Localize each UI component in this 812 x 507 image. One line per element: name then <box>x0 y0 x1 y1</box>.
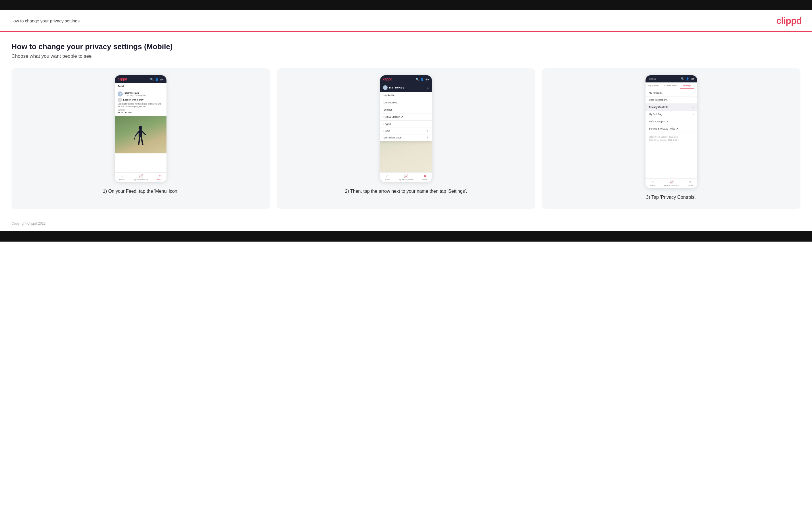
user-icon-2[interactable]: 👤 <box>420 78 424 81</box>
menu-user-row[interactable]: Blair McHarg ▲ <box>380 83 432 92</box>
phone-mockup-2: clippd 🔍 👤 ⊕▾ <box>380 75 432 182</box>
step-1-card: clippd 🔍 👤 ⊕▾ Feed B Blair McHarg <box>11 68 270 209</box>
menu-user-avatar <box>383 85 388 90</box>
menu-item-help[interactable]: Help & Support ↗ <box>380 113 432 121</box>
phone-icons-1: 🔍 👤 ⊕▾ <box>150 78 164 81</box>
phone-icons-3: 🔍 👤 ⊕▾ <box>681 77 695 80</box>
settings-icon-2[interactable]: ⊕▾ <box>425 78 429 81</box>
user-icon[interactable]: 👤 <box>155 78 158 81</box>
menu-home-label: Home <box>384 129 390 132</box>
user-icon-3[interactable]: 👤 <box>686 77 689 80</box>
menu-item-logout[interactable]: Logout <box>380 121 432 128</box>
tab-connections[interactable]: Connections <box>661 82 680 89</box>
settings-item-data-integrations[interactable]: Data Integrations › <box>646 97 697 104</box>
data-integrations-label: Data Integrations <box>649 99 668 101</box>
nav-performance-2[interactable]: 📈 My Performance <box>399 174 413 180</box>
version-server: GQL Server Version: 2022.7.30-1 <box>649 138 694 142</box>
settings-item-privacy-policy[interactable]: Service & Privacy Policy ↗ <box>646 125 697 132</box>
tab-settings[interactable]: Settings <box>680 82 694 89</box>
service-privacy-label: Service & Privacy Policy ↗ <box>649 127 678 130</box>
search-icon-3[interactable]: 🔍 <box>681 77 684 80</box>
menu-item-connections[interactable]: Connections <box>380 99 432 106</box>
performance-icon-2: 📈 <box>404 174 408 178</box>
step-3-caption: 3) Tap 'Privacy Controls'. <box>646 194 697 201</box>
settings-item-golf-bag[interactable]: My Golf Bag › <box>646 111 697 118</box>
close-icon: ✕ <box>423 174 426 178</box>
phone-feed: Feed B Blair McHarg Yesterday · Sunningd… <box>115 83 166 172</box>
nav-home-1[interactable]: ⌂ Home <box>119 174 125 180</box>
settings-item-my-account[interactable]: My Account › <box>646 89 697 97</box>
menu-icon-3: ≡ <box>689 180 691 184</box>
nav-performance-label-3: My Performance <box>664 184 679 186</box>
menu-icon: ≡ <box>159 174 161 178</box>
menu-item-profile[interactable]: My Profile <box>380 92 432 99</box>
nav-home-label-2: Home <box>385 178 390 180</box>
nav-performance-1[interactable]: 📈 My Performance <box>134 174 148 180</box>
tab-my-profile[interactable]: My Profile <box>646 82 662 89</box>
menu-item-performance[interactable]: My Performance ▼ <box>380 134 432 141</box>
feed-username: Blair McHarg <box>124 92 146 94</box>
nav-home-3[interactable]: ⌂ Home <box>650 180 655 186</box>
chevron-right-icon-1: › <box>693 92 694 94</box>
chevron-up-icon: ▲ <box>427 87 429 89</box>
nav-home-2[interactable]: ⌂ Home <box>385 174 390 180</box>
chevron-down-icon: ▼ <box>426 130 428 132</box>
steps-row: clippd 🔍 👤 ⊕▾ Feed B Blair McHarg <box>11 68 801 209</box>
settings-item-help[interactable]: Help & Support ↗ <box>646 118 697 125</box>
menu-user-left: Blair McHarg <box>383 85 404 90</box>
copyright: Copyright Clippd 2022 <box>11 221 46 225</box>
feed-lesson-row: Lesson with Fordy <box>117 98 164 102</box>
top-bar <box>0 0 812 10</box>
search-icon[interactable]: 🔍 <box>150 78 154 81</box>
back-button[interactable]: < Back <box>648 77 656 80</box>
svg-line-6 <box>142 137 143 145</box>
feed-duration-label: Duration <box>117 109 164 111</box>
phone-icons-2: 🔍 👤 ⊕▾ <box>415 78 429 81</box>
phone-logo-2: clippd <box>383 77 392 81</box>
feed-user-row: B Blair McHarg Yesterday · Sunningdale <box>117 91 164 97</box>
lesson-icon <box>117 98 121 102</box>
nav-performance-label-2: My Performance <box>399 178 413 180</box>
page-heading: How to change your privacy settings (Mob… <box>11 42 801 51</box>
chevron-right-icon-4: › <box>693 113 694 116</box>
header-title: How to change your privacy settings <box>10 18 80 23</box>
nav-menu-label-2: Menu <box>422 178 427 180</box>
step-3-card: < Back 🔍 👤 ⊕▾ My Profile Connections Set… <box>542 68 801 209</box>
step-1-caption: 1) On your Feed, tap the 'Menu' icon. <box>103 188 179 195</box>
nav-menu-2[interactable]: ✕ Menu <box>422 174 427 180</box>
footer: Copyright Clippd 2022 <box>0 216 812 231</box>
phone-mockup-1: clippd 🔍 👤 ⊕▾ Feed B Blair McHarg <box>115 75 166 182</box>
menu-username: Blair McHarg <box>389 86 404 89</box>
settings-icon[interactable]: ⊕▾ <box>160 78 164 81</box>
feed-meta: Yesterday · Sunningdale <box>124 94 146 96</box>
home-icon: ⌂ <box>121 174 123 178</box>
nav-menu-1[interactable]: ≡ Menu <box>157 174 162 180</box>
svg-line-3 <box>142 131 146 135</box>
nav-menu-label-3: Menu <box>688 184 693 186</box>
nav-home-label: Home <box>119 178 125 180</box>
menu-item-settings[interactable]: Settings <box>380 106 432 113</box>
settings-icon-3[interactable]: ⊕▾ <box>691 77 695 80</box>
feed-tab-label: Feed <box>115 83 166 89</box>
feed-duration: 01 hr : 30 min <box>117 111 164 114</box>
step-2-card: clippd 🔍 👤 ⊕▾ <box>277 68 536 209</box>
feed-post: B Blair McHarg Yesterday · Sunningdale L… <box>115 89 166 116</box>
menu-item-home[interactable]: Home ▼ <box>380 128 432 134</box>
chevron-down-icon-2: ▼ <box>426 136 428 139</box>
nav-menu-3[interactable]: ≡ Menu <box>688 180 693 186</box>
settings-item-privacy-controls[interactable]: Privacy Controls › <box>646 104 697 111</box>
phone-menu-content: Blair McHarg ▲ My Profile Connections Se… <box>380 83 432 172</box>
search-icon-2[interactable]: 🔍 <box>415 78 419 81</box>
menu-performance-label: My Performance <box>384 136 401 139</box>
header: How to change your privacy settings clip… <box>0 10 812 32</box>
settings-back-bar: < Back 🔍 👤 ⊕▾ <box>646 75 697 82</box>
svg-point-0 <box>139 126 143 130</box>
bottom-bar <box>0 231 812 241</box>
feed-golf-image <box>115 116 166 153</box>
phone-bottom-nav-2: ⌂ Home 📈 My Performance ✕ Menu <box>380 172 432 182</box>
nav-performance-3[interactable]: 📈 My Performance <box>664 180 679 186</box>
main-content: How to change your privacy settings (Mob… <box>0 32 812 216</box>
nav-performance-label: My Performance <box>134 178 148 180</box>
feed-desc: Looking to feel like my hands are exitin… <box>117 103 164 108</box>
privacy-controls-label: Privacy Controls <box>649 106 668 109</box>
